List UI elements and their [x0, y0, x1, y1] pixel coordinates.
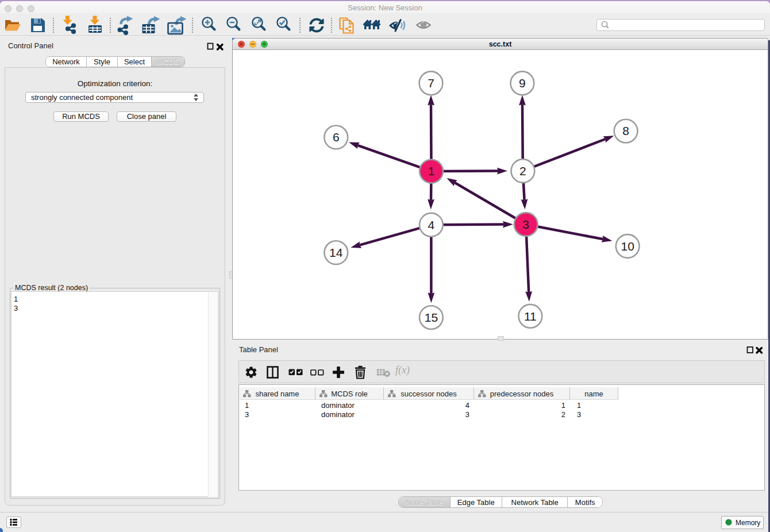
svg-text:1: 1: [428, 164, 435, 178]
svg-text:3: 3: [522, 218, 529, 231]
svg-text:14: 14: [329, 246, 343, 259]
svg-text:10: 10: [621, 240, 634, 253]
svg-text:7: 7: [428, 76, 434, 90]
svg-text:15: 15: [425, 311, 438, 324]
svg-text:9: 9: [519, 76, 526, 90]
svg-text:6: 6: [333, 130, 340, 144]
svg-text:11: 11: [524, 310, 537, 323]
svg-text:8: 8: [622, 124, 629, 137]
svg-text:2: 2: [519, 164, 526, 178]
svg-text:4: 4: [428, 218, 435, 232]
